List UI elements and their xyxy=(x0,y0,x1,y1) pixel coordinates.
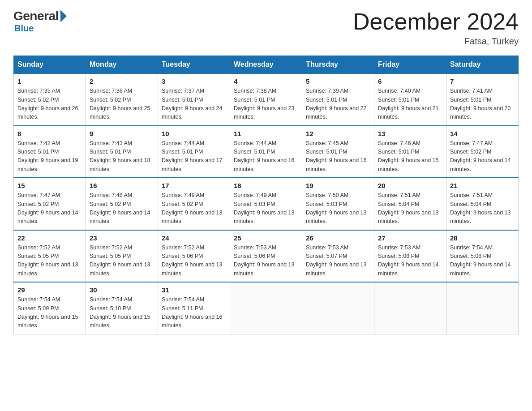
calendar-cell: 9 Sunrise: 7:43 AMSunset: 5:01 PMDayligh… xyxy=(86,126,158,178)
day-header-saturday: Saturday xyxy=(446,56,519,74)
day-info: Sunrise: 7:54 AMSunset: 5:09 PMDaylight:… xyxy=(17,295,82,330)
day-number: 30 xyxy=(90,286,154,294)
day-number: 10 xyxy=(162,130,226,137)
day-info: Sunrise: 7:54 AMSunset: 5:11 PMDaylight:… xyxy=(162,295,226,330)
day-number: 7 xyxy=(450,77,515,85)
calendar-header-row: SundayMondayTuesdayWednesdayThursdayFrid… xyxy=(14,56,519,74)
calendar-cell: 22 Sunrise: 7:52 AMSunset: 5:05 PMDaylig… xyxy=(14,230,86,283)
day-number: 27 xyxy=(378,234,442,242)
day-header-monday: Monday xyxy=(86,56,158,74)
day-info: Sunrise: 7:53 AMSunset: 5:08 PMDaylight:… xyxy=(378,244,442,278)
day-number: 28 xyxy=(450,234,515,242)
calendar-cell: 28 Sunrise: 7:54 AMSunset: 5:08 PMDaylig… xyxy=(446,230,519,283)
day-info: Sunrise: 7:46 AMSunset: 5:01 PMDaylight:… xyxy=(378,139,442,174)
day-info: Sunrise: 7:54 AMSunset: 5:08 PMDaylight:… xyxy=(450,244,515,278)
calendar-week-row: 1 Sunrise: 7:35 AMSunset: 5:02 PMDayligh… xyxy=(14,73,519,126)
calendar-cell xyxy=(446,282,519,334)
calendar-cell: 29 Sunrise: 7:54 AMSunset: 5:09 PMDaylig… xyxy=(14,282,86,334)
day-info: Sunrise: 7:50 AMSunset: 5:03 PMDaylight:… xyxy=(306,191,370,226)
day-number: 22 xyxy=(17,234,82,242)
logo: General Blue xyxy=(13,9,67,34)
day-number: 24 xyxy=(162,234,226,242)
day-number: 16 xyxy=(90,182,154,189)
calendar-cell: 3 Sunrise: 7:37 AMSunset: 5:01 PMDayligh… xyxy=(158,73,230,126)
day-number: 31 xyxy=(162,286,226,294)
calendar-week-row: 29 Sunrise: 7:54 AMSunset: 5:09 PMDaylig… xyxy=(14,282,519,334)
day-info: Sunrise: 7:52 AMSunset: 5:05 PMDaylight:… xyxy=(90,244,154,278)
calendar-cell: 30 Sunrise: 7:54 AMSunset: 5:10 PMDaylig… xyxy=(86,282,158,334)
day-header-sunday: Sunday xyxy=(14,56,86,74)
day-info: Sunrise: 7:53 AMSunset: 5:07 PMDaylight:… xyxy=(306,244,370,278)
calendar-cell: 26 Sunrise: 7:53 AMSunset: 5:07 PMDaylig… xyxy=(302,230,374,283)
day-header-wednesday: Wednesday xyxy=(230,56,302,74)
calendar-cell: 15 Sunrise: 7:47 AMSunset: 5:02 PMDaylig… xyxy=(14,178,86,230)
day-info: Sunrise: 7:44 AMSunset: 5:01 PMDaylight:… xyxy=(234,139,298,174)
day-number: 4 xyxy=(234,77,298,85)
day-number: 12 xyxy=(306,130,370,137)
calendar-cell: 23 Sunrise: 7:52 AMSunset: 5:05 PMDaylig… xyxy=(86,230,158,283)
day-info: Sunrise: 7:54 AMSunset: 5:10 PMDaylight:… xyxy=(90,295,154,330)
calendar-table: SundayMondayTuesdayWednesdayThursdayFrid… xyxy=(13,56,519,334)
day-info: Sunrise: 7:41 AMSunset: 5:01 PMDaylight:… xyxy=(450,87,515,122)
day-number: 6 xyxy=(378,77,442,85)
calendar-cell: 24 Sunrise: 7:52 AMSunset: 5:06 PMDaylig… xyxy=(158,230,230,283)
calendar-cell: 25 Sunrise: 7:53 AMSunset: 5:06 PMDaylig… xyxy=(230,230,302,283)
day-header-friday: Friday xyxy=(374,56,446,74)
day-info: Sunrise: 7:44 AMSunset: 5:01 PMDaylight:… xyxy=(162,139,226,174)
day-info: Sunrise: 7:48 AMSunset: 5:02 PMDaylight:… xyxy=(90,191,154,226)
calendar-cell xyxy=(230,282,302,334)
day-number: 18 xyxy=(234,182,298,189)
page-header: General Blue December 2024 Fatsa, Turkey xyxy=(13,9,519,47)
day-number: 5 xyxy=(306,77,370,85)
calendar-cell: 18 Sunrise: 7:49 AMSunset: 5:03 PMDaylig… xyxy=(230,178,302,230)
calendar-cell: 4 Sunrise: 7:38 AMSunset: 5:01 PMDayligh… xyxy=(230,73,302,126)
day-info: Sunrise: 7:47 AMSunset: 5:02 PMDaylight:… xyxy=(450,139,515,174)
calendar-cell: 10 Sunrise: 7:44 AMSunset: 5:01 PMDaylig… xyxy=(158,126,230,178)
logo-triangle-icon xyxy=(60,10,67,22)
day-info: Sunrise: 7:49 AMSunset: 5:03 PMDaylight:… xyxy=(234,191,298,226)
calendar-title: December 2024 xyxy=(353,9,519,34)
day-number: 15 xyxy=(17,182,82,189)
day-info: Sunrise: 7:43 AMSunset: 5:01 PMDaylight:… xyxy=(90,139,154,174)
day-header-tuesday: Tuesday xyxy=(158,56,230,74)
day-info: Sunrise: 7:51 AMSunset: 5:04 PMDaylight:… xyxy=(378,191,442,226)
day-number: 9 xyxy=(90,130,154,137)
day-number: 21 xyxy=(450,182,515,189)
day-info: Sunrise: 7:36 AMSunset: 5:02 PMDaylight:… xyxy=(90,87,154,122)
calendar-cell xyxy=(374,282,446,334)
day-number: 25 xyxy=(234,234,298,242)
calendar-week-row: 15 Sunrise: 7:47 AMSunset: 5:02 PMDaylig… xyxy=(14,178,519,230)
day-info: Sunrise: 7:52 AMSunset: 5:06 PMDaylight:… xyxy=(162,244,226,278)
day-number: 14 xyxy=(450,130,515,137)
day-number: 19 xyxy=(306,182,370,189)
calendar-cell: 16 Sunrise: 7:48 AMSunset: 5:02 PMDaylig… xyxy=(86,178,158,230)
logo-blue-text: Blue xyxy=(14,23,34,34)
calendar-cell: 12 Sunrise: 7:45 AMSunset: 5:01 PMDaylig… xyxy=(302,126,374,178)
day-number: 23 xyxy=(90,234,154,242)
day-number: 29 xyxy=(17,286,82,294)
day-info: Sunrise: 7:42 AMSunset: 5:01 PMDaylight:… xyxy=(17,139,82,174)
day-number: 3 xyxy=(162,77,226,85)
calendar-cell: 8 Sunrise: 7:42 AMSunset: 5:01 PMDayligh… xyxy=(14,126,86,178)
day-number: 1 xyxy=(17,77,82,85)
day-info: Sunrise: 7:52 AMSunset: 5:05 PMDaylight:… xyxy=(17,244,82,278)
day-info: Sunrise: 7:37 AMSunset: 5:01 PMDaylight:… xyxy=(162,87,226,122)
calendar-cell: 7 Sunrise: 7:41 AMSunset: 5:01 PMDayligh… xyxy=(446,73,519,126)
day-number: 8 xyxy=(17,130,82,137)
day-info: Sunrise: 7:53 AMSunset: 5:06 PMDaylight:… xyxy=(234,244,298,278)
calendar-cell: 27 Sunrise: 7:53 AMSunset: 5:08 PMDaylig… xyxy=(374,230,446,283)
calendar-cell: 31 Sunrise: 7:54 AMSunset: 5:11 PMDaylig… xyxy=(158,282,230,334)
day-info: Sunrise: 7:40 AMSunset: 5:01 PMDaylight:… xyxy=(378,87,442,122)
logo-general-text: General xyxy=(13,9,59,23)
calendar-cell: 19 Sunrise: 7:50 AMSunset: 5:03 PMDaylig… xyxy=(302,178,374,230)
day-info: Sunrise: 7:35 AMSunset: 5:02 PMDaylight:… xyxy=(17,87,82,122)
day-number: 13 xyxy=(378,130,442,137)
calendar-cell: 5 Sunrise: 7:39 AMSunset: 5:01 PMDayligh… xyxy=(302,73,374,126)
calendar-week-row: 8 Sunrise: 7:42 AMSunset: 5:01 PMDayligh… xyxy=(14,126,519,178)
title-section: December 2024 Fatsa, Turkey xyxy=(353,9,519,47)
calendar-cell: 14 Sunrise: 7:47 AMSunset: 5:02 PMDaylig… xyxy=(446,126,519,178)
calendar-cell: 6 Sunrise: 7:40 AMSunset: 5:01 PMDayligh… xyxy=(374,73,446,126)
day-number: 17 xyxy=(162,182,226,189)
calendar-cell: 21 Sunrise: 7:51 AMSunset: 5:04 PMDaylig… xyxy=(446,178,519,230)
calendar-cell: 1 Sunrise: 7:35 AMSunset: 5:02 PMDayligh… xyxy=(14,73,86,126)
